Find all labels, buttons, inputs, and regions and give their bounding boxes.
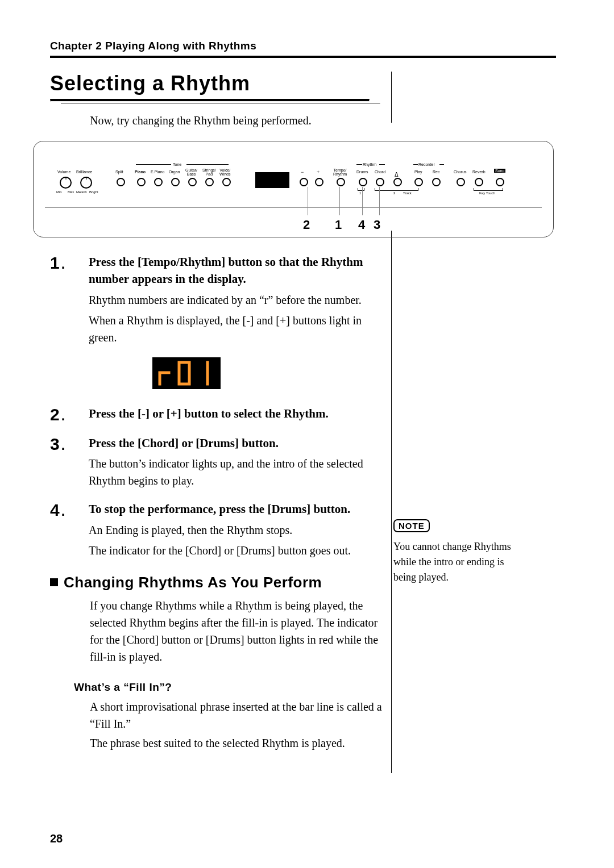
step-number-3: 3 [50, 435, 73, 453]
label-tone-organ: Organ [169, 170, 180, 174]
step-1-p2: When a Rhythm is displayed, the [-] and … [89, 312, 368, 346]
label-split: Split [115, 170, 123, 174]
label-minus: − [301, 170, 304, 175]
keytouch-bracket [474, 188, 503, 191]
fillin-p2: The phrase best suited to the selected R… [90, 735, 385, 752]
reverb-button [475, 178, 483, 186]
step-4-lead: To stop the performance, press the [Drum… [89, 500, 368, 518]
note-badge: NOTE [393, 519, 430, 532]
control-panel-diagram: Volume Brilliance Min Max Mellow Bright … [33, 141, 554, 237]
callout-line-1 [339, 187, 340, 215]
step-1-lead: Press the [Tempo/Rhythm] button so that … [89, 253, 368, 288]
label-max: Max [68, 190, 74, 194]
chapter-header: Chapter 2 Playing Along with Rhythms [50, 40, 574, 52]
step-number-4: 4 [50, 500, 73, 519]
step-2-lead: Press the [-] or [+] button to select th… [89, 405, 368, 422]
chord-button [376, 178, 384, 186]
note-text: You cannot change Rhythms while the intr… [393, 539, 524, 585]
tone-organ-button [171, 178, 180, 186]
callout-1: 1 [335, 218, 342, 232]
tone-bracket-left [136, 164, 171, 165]
label-song: Song [494, 169, 505, 173]
split-button [117, 178, 125, 186]
callout-2: 2 [303, 218, 310, 232]
brilliance-knob [80, 177, 92, 189]
page-title: Selecting a Rhythm [50, 72, 391, 95]
tone-epiano-button [154, 178, 163, 186]
tempo-rhythm-button [337, 178, 345, 186]
fillin-p1: A short improvisational phrase inserted … [90, 698, 385, 732]
step-3-lead: Press the [Chord] or [Drums] button. [89, 435, 368, 452]
metronome-button [393, 178, 402, 186]
label-tone-voice: Voice/ Winds [219, 168, 230, 176]
step-4: 4 To stop the performance, press the [Dr… [50, 500, 425, 558]
step-4-p2: The indicator for the [Chord] or [Drums]… [89, 542, 368, 559]
play-button [414, 178, 423, 186]
segment-display [152, 357, 221, 389]
tone-strings-button [205, 178, 214, 186]
label-tone-piano: Piano [135, 170, 146, 174]
step-1: 1 Press the [Tempo/Rhythm] button so tha… [50, 253, 425, 346]
label-recorder-group: Recorder [418, 162, 435, 166]
label-chorus: Chorus [454, 170, 467, 174]
label-tone-epiano: E.Piano [151, 170, 165, 174]
callout-4: 4 [358, 218, 365, 232]
fillin-heading: What’s a “Fill In”? [74, 681, 425, 694]
label-rhythm-group: Rhythm [363, 162, 376, 166]
label-track: Track [403, 191, 412, 195]
recorder-bracket-l [413, 164, 418, 165]
song-button [496, 178, 504, 186]
subsection-title: Changing Rhythms As You Perform [64, 574, 322, 591]
label-tone-strings: Strings/ Pad [202, 168, 216, 176]
label-track2: 2 [393, 191, 395, 195]
callout-line-4 [362, 187, 363, 215]
recorder-bracket-r [439, 164, 444, 165]
minus-button [300, 178, 308, 186]
page-number: 28 [50, 832, 63, 845]
label-mellow: Mellow [76, 190, 87, 194]
plus-button [315, 178, 323, 186]
rhythm-bracket-l [356, 164, 362, 165]
label-tone-guitar: Guitar/ Bass [185, 168, 197, 176]
square-bullet-icon [50, 578, 58, 586]
step-number-2: 2 [50, 405, 73, 423]
label-plus: + [317, 170, 320, 175]
tone-bracket-right [186, 164, 229, 165]
label-bright: Bright [89, 190, 98, 194]
title-rule-thick [50, 99, 370, 102]
subsection-para: If you change Rhythms while a Rhythm is … [90, 597, 385, 665]
header-rule [50, 56, 556, 58]
chorus-button [457, 178, 465, 186]
track-bracket-1 [358, 188, 364, 191]
intro-text: Now, try changing the Rhythm being perfo… [90, 114, 391, 127]
drums-button [359, 178, 367, 186]
label-tone-group: Tone [173, 162, 181, 166]
track-bracket-2 [375, 188, 418, 191]
label-keytouch: Key Touch [479, 191, 495, 195]
step-1-p1: Rhythm numbers are indicated by an “r” b… [89, 291, 368, 308]
label-reverb: Reverb [472, 170, 486, 174]
subsection-heading: Changing Rhythms As You Perform [50, 574, 425, 591]
label-drums: Drums [356, 170, 368, 174]
segment-display-svg [155, 359, 218, 387]
callout-line-2 [308, 187, 308, 215]
label-min: Min [56, 190, 62, 194]
tone-piano-button [137, 178, 146, 186]
label-volume: Volume [57, 170, 70, 174]
callout-line-3 [379, 187, 380, 215]
margin-divider-top [391, 72, 392, 123]
rec-button [432, 178, 441, 186]
label-tempo-rhythm: Tempo/ Rhythm [333, 168, 347, 176]
label-track1: 1 [359, 191, 361, 195]
step-2: 2 Press the [-] or [+] button to select … [50, 405, 425, 423]
tone-voice-button [222, 178, 231, 186]
tone-guitar-button [188, 178, 197, 186]
panel-display [255, 172, 289, 188]
metronome-icon: Δ [395, 172, 399, 178]
label-brilliance: Brilliance [76, 170, 92, 174]
step-4-p1: An Ending is played, then the Rhythm sto… [89, 521, 368, 539]
rhythm-bracket-r [379, 164, 385, 165]
callout-3: 3 [374, 218, 380, 232]
label-play: Play [414, 170, 422, 174]
title-rule-thin [61, 103, 380, 104]
